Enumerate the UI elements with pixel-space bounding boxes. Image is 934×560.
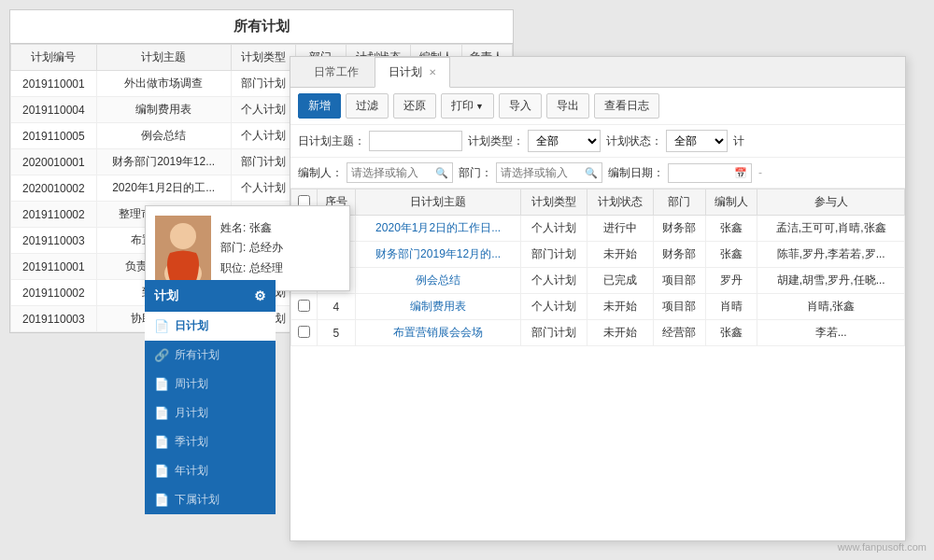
bg-table-cell: 2019110002 <box>11 202 97 228</box>
table-row[interactable]: 12020年1月2日的工作日...个人计划进行中财务部张鑫孟洁,王可可,肖晴,张… <box>291 216 905 242</box>
log-button[interactable]: 查看日志 <box>594 93 659 119</box>
sidebar: 计划 ⚙ 📄 日计划🔗 所有计划📄 周计划📄 月计划📄 季计划📄 年计划📄 下属… <box>145 280 276 514</box>
row-status: 已完成 <box>587 268 654 294</box>
dept-input[interactable] <box>497 163 581 182</box>
bg-table-cell: 2019110002 <box>11 280 97 306</box>
bg-table-cell: 部门计划 <box>231 149 295 175</box>
row-type: 个人计划 <box>521 268 587 294</box>
sidebar-item-icon: 📄 <box>154 435 169 449</box>
sidebar-item-monthly[interactable]: 📄 月计划 <box>145 399 276 427</box>
gear-icon[interactable]: ⚙ <box>254 288 266 303</box>
row-topic[interactable]: 财务部门2019年12月的... <box>355 242 520 268</box>
bg-table-cell: 2020年1月2日的工... <box>96 175 231 202</box>
print-dropdown-arrow: ▼ <box>475 102 484 111</box>
table-row[interactable]: 5布置营销展会会场部门计划未开始经营部张鑫李若... <box>291 320 905 346</box>
tab-daily-work[interactable]: 日常工作 <box>300 57 373 88</box>
dept-search-icon[interactable]: 🔍 <box>581 165 601 181</box>
row-topic[interactable]: 布置营销展会会场 <box>355 320 520 346</box>
import-button[interactable]: 导入 <box>499 93 542 119</box>
sidebar-item-label: 周计划 <box>175 376 208 392</box>
type-label: 计划类型： <box>468 133 524 149</box>
type-select[interactable]: 全部 个人计划 部门计划 <box>528 130 601 152</box>
user-card-info: 姓名: 张鑫 部门: 总经办 职位: 总经理 <box>220 218 283 279</box>
bg-table-cell: 2020010002 <box>11 175 97 202</box>
tabs-bar: 日常工作 日计划 ✕ <box>290 57 905 88</box>
bg-table-cell: 2019110001 <box>11 254 97 280</box>
creator-group: 编制人： 🔍 <box>298 162 453 183</box>
row-type: 部门计划 <box>521 242 587 268</box>
row-status: 未开始 <box>587 242 654 268</box>
sidebar-item-label: 年计划 <box>175 463 208 479</box>
row-creator: 张鑫 <box>705 216 757 242</box>
date-input[interactable]: 📅 <box>668 163 752 183</box>
row-participants: 肖晴,张鑫 <box>757 294 905 320</box>
topic-group: 日计划主题： <box>298 131 462 151</box>
bg-table-cell: 部门计划 <box>231 71 295 97</box>
sidebar-item-yearly[interactable]: 📄 年计划 <box>145 456 276 485</box>
sidebar-item-sub[interactable]: 📄 下属计划 <box>145 485 276 514</box>
tab-daily-plan[interactable]: 日计划 ✕ <box>375 57 450 88</box>
sidebar-item-label: 下属计划 <box>175 492 219 508</box>
bg-table-cell: 2019110003 <box>11 228 97 254</box>
user-name-label: 姓名: <box>220 221 246 234</box>
creator-input[interactable] <box>347 163 432 182</box>
row-participants: 孟洁,王可可,肖晴,张鑫 <box>757 216 905 242</box>
print-button[interactable]: 打印 ▼ <box>441 93 494 119</box>
main-panel: 日常工作 日计划 ✕ 新增 过滤 还原 打印 ▼ 导入 导出 查看日志 日计划主… <box>290 56 906 541</box>
filter-button[interactable]: 过滤 <box>346 93 389 119</box>
sidebar-item-quarterly[interactable]: 📄 季计划 <box>145 427 276 456</box>
dept-label: 部门： <box>459 165 492 181</box>
table-row[interactable]: 2财务部门2019年12月的...部门计划未开始财务部张鑫陈菲,罗丹,李若若,罗… <box>291 242 905 268</box>
user-card: 姓名: 张鑫 部门: 总经办 职位: 总经理 <box>145 205 350 291</box>
status-select[interactable]: 全部 未开始 进行中 已完成 <box>666 130 728 152</box>
svg-point-1 <box>170 223 196 249</box>
row-type: 个人计划 <box>521 216 587 242</box>
sidebar-title: 计划 <box>154 287 178 304</box>
tab-close-icon[interactable]: ✕ <box>429 67 436 77</box>
row-topic[interactable]: 编制费用表 <box>355 294 520 320</box>
row-type: 部门计划 <box>521 320 587 346</box>
sidebar-item-weekly[interactable]: 📄 周计划 <box>145 370 276 399</box>
main-table-header-7: 参与人 <box>757 189 905 216</box>
export-button[interactable]: 导出 <box>546 93 589 119</box>
row-participants: 李若... <box>757 320 905 346</box>
user-dept-label: 部门: <box>220 241 246 254</box>
bg-table-cell: 个人计划 <box>231 123 295 149</box>
bg-table-cell: 2020010001 <box>11 149 97 175</box>
bg-panel-title: 所有计划 <box>10 10 513 44</box>
row-checkbox[interactable] <box>298 300 310 312</box>
data-table-wrap: 序号日计划主题计划类型计划状态部门编制人参与人 12020年1月2日的工作日..… <box>290 189 905 540</box>
row-creator: 张鑫 <box>705 242 757 268</box>
toolbar: 新增 过滤 还原 打印 ▼ 导入 导出 查看日志 <box>290 88 905 125</box>
type-group: 计划类型： 全部 个人计划 部门计划 <box>468 130 601 152</box>
topic-label: 日计划主题： <box>298 133 365 149</box>
add-button[interactable]: 新增 <box>298 93 341 119</box>
user-title-label: 职位: <box>220 261 246 274</box>
table-row[interactable]: 3例会总结个人计划已完成项目部罗丹胡建,胡雪,罗丹,任晓... <box>291 268 905 294</box>
row-creator: 罗丹 <box>705 268 757 294</box>
sidebar-item-icon: 📄 <box>154 493 169 507</box>
restore-button[interactable]: 还原 <box>393 93 436 119</box>
bg-table-cell: 2019110004 <box>11 97 97 123</box>
topic-input[interactable] <box>369 131 462 151</box>
row-dept: 经营部 <box>653 320 705 346</box>
row-status: 未开始 <box>587 320 654 346</box>
row-topic[interactable]: 2020年1月2日的工作日... <box>355 216 520 242</box>
sidebar-item-label: 所有计划 <box>175 347 219 363</box>
search-bar-2: 编制人： 🔍 部门： 🔍 编制日期： 📅 - <box>290 158 905 189</box>
row-dept: 财务部 <box>653 216 705 242</box>
row-type: 个人计划 <box>521 294 587 320</box>
sidebar-item-daily[interactable]: 📄 日计划 <box>145 312 276 341</box>
user-title-row: 职位: 总经理 <box>220 259 283 279</box>
sidebar-header: 计划 ⚙ <box>145 280 276 312</box>
table-row[interactable]: 4编制费用表个人计划未开始项目部肖晴肖晴,张鑫 <box>291 294 905 320</box>
main-table-header-6: 编制人 <box>705 189 757 216</box>
row-topic[interactable]: 例会总结 <box>355 268 520 294</box>
row-no: 4 <box>318 294 356 320</box>
row-checkbox-cell <box>291 320 318 346</box>
row-checkbox-cell <box>291 294 318 320</box>
row-checkbox[interactable] <box>298 326 310 338</box>
sidebar-item-all[interactable]: 🔗 所有计划 <box>145 341 276 370</box>
creator-label: 编制人： <box>298 165 343 181</box>
creator-search-icon[interactable]: 🔍 <box>432 165 452 181</box>
